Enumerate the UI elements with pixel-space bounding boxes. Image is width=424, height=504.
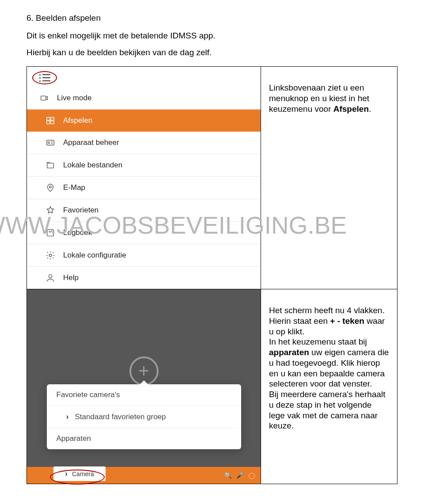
playback-icon [45,116,55,125]
menu-item-lokale-configuratie[interactable]: Lokale configuratie [27,244,261,267]
svg-rect-0 [41,96,46,100]
desc-line: Hierin staat een + - teken waar u op kli… [269,316,389,337]
device-manage-icon [45,138,55,148]
menu-label: Help [63,273,79,282]
screenshot-cell: Live mode Afspelen Apparaat beheer [27,67,261,289]
table-row: + Favoriete camera's › Standaard favorie… [27,289,397,484]
desc-post: . [369,104,371,114]
popup-apparaten[interactable]: Apparaten [47,428,241,449]
popup-label: Favoriete camera's [57,390,120,399]
clock-icon[interactable]: ◯ [248,472,255,479]
desc-line: Het scherm heeft nu 4 vlakken. [269,305,389,316]
mic-icon[interactable]: 🎤 [236,472,244,479]
bottom-toolbar: › Camera 🔍 🎤 ◯ [27,467,261,484]
search-icon[interactable]: 🔍 [224,472,232,479]
camera-source-popup: Favoriete camera's › Standaard favoriete… [47,384,241,449]
star-icon [45,205,55,215]
app-playback-screenshot: + Favoriete camera's › Standaard favorie… [27,289,261,484]
popup-label: Apparaten [57,434,91,443]
menu-label: Lokale configuratie [63,251,126,260]
menu-label: Favorieten [63,206,98,215]
svg-point-11 [49,275,52,278]
desc-bold: Afspelen [333,104,369,114]
svg-rect-4 [51,121,54,124]
intro-line-2: Hierbij kan u de beelden bekijken van de… [26,48,398,57]
popup-default-group[interactable]: › Standaard favorieten groep [47,406,241,428]
desc-line: In het keuzemenu staat bij apparaten uw … [269,337,389,389]
log-icon [45,228,55,238]
svg-point-6 [48,142,50,144]
camera-highlight-circle [50,470,105,485]
menu-item-logboek[interactable]: Logboek [27,222,261,244]
t: In het keuzemenu staat bij [269,337,367,346]
t: + - teken [330,316,364,326]
menu-item-live-mode[interactable]: Live mode [27,87,261,110]
menu-item-lokale-bestanden[interactable]: Lokale bestanden [27,154,261,177]
svg-rect-7 [47,163,54,168]
menu-label: Afspelen [63,116,92,125]
intro-line-1: Dit is enkel mogelijk met de betalende I… [26,31,398,41]
menu-item-emap[interactable]: E-Map [27,177,261,199]
menu-top [27,67,261,87]
live-mode-icon [39,93,49,103]
description-cell: Het scherm heeft nu 4 vlakken. Hierin st… [261,289,397,484]
svg-point-8 [49,186,52,188]
gear-icon [45,250,55,260]
menu-label: Logboek [63,228,92,237]
t: apparaten [269,348,309,357]
menu-label: Apparaat beheer [63,138,119,147]
t: Hierin staat een [269,316,330,326]
svg-rect-2 [51,117,54,120]
svg-rect-3 [47,121,50,124]
desc-line: Bij meerdere camera's herhaalt u deze st… [269,389,389,431]
menu-item-apparaat-beheer[interactable]: Apparaat beheer [27,132,261,154]
popup-label: Standaard favorieten groep [75,413,166,421]
chevron-right-icon: › [66,412,69,421]
svg-point-10 [49,254,52,257]
menu-item-favorieten[interactable]: Favorieten [27,199,261,222]
svg-rect-9 [47,230,54,236]
menu-label: Lokale bestanden [63,161,122,170]
popup-favorite-cameras[interactable]: Favoriete camera's [47,384,241,406]
video-grid-area: + Favoriete camera's › Standaard favorie… [27,289,261,467]
menu-label: Live mode [57,94,91,102]
svg-rect-1 [47,117,50,120]
screenshot-cell: + Favoriete camera's › Standaard favorie… [27,289,261,484]
description-cell: Linksbovenaan ziet u een menuknop en u k… [261,67,397,289]
menu-label: E-Map [63,183,85,192]
menu-button-highlight [32,71,57,84]
toolbar-icons: 🔍 🎤 ◯ [224,472,255,479]
app-menu-screenshot: Live mode Afspelen Apparaat beheer [27,67,261,289]
table-row: Live mode Afspelen Apparaat beheer [27,67,397,289]
menu-item-afspelen[interactable]: Afspelen [27,110,261,132]
section-heading: 6. Beelden afspelen [26,13,398,23]
map-pin-icon [45,183,55,193]
menu-icon[interactable] [39,74,50,82]
menu-item-help[interactable]: Help [27,267,261,289]
files-icon [45,160,55,170]
user-icon [45,273,55,283]
instruction-table: Live mode Afspelen Apparaat beheer [26,66,398,484]
